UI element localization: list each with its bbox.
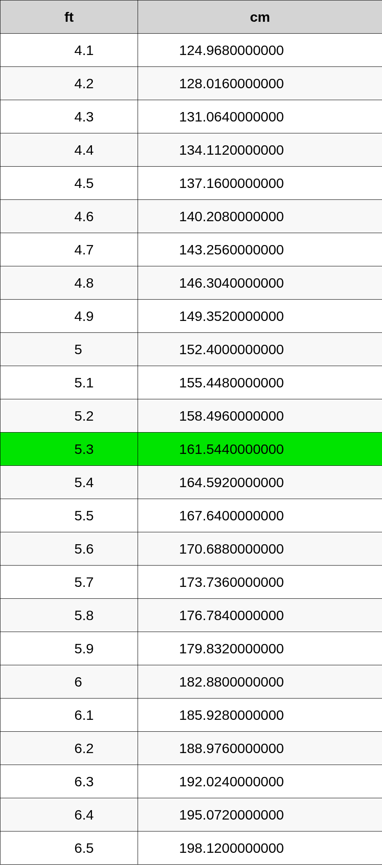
cm-value: 173.7360000000 [138, 566, 382, 599]
ft-value: 6.2 [0, 732, 138, 765]
ft-value: 4.1 [0, 34, 138, 67]
cm-value: 134.1120000000 [138, 133, 382, 167]
cm-value: 182.8800000000 [138, 665, 382, 699]
table-row: 5.5167.6400000000 [0, 499, 382, 532]
cm-value: 188.9760000000 [138, 732, 382, 765]
header-ft: ft [0, 0, 138, 34]
table-row: 4.9149.3520000000 [0, 300, 382, 333]
ft-value: 5 [0, 333, 138, 366]
cm-value: 143.2560000000 [138, 233, 382, 266]
cm-value: 124.9680000000 [138, 34, 382, 67]
cm-value: 137.1600000000 [138, 167, 382, 200]
table-row: 4.2128.0160000000 [0, 67, 382, 100]
ft-value: 5.8 [0, 599, 138, 632]
ft-value: 4.9 [0, 300, 138, 333]
cm-value: 155.4480000000 [138, 366, 382, 399]
cm-value: 131.0640000000 [138, 100, 382, 133]
ft-value: 4.6 [0, 200, 138, 233]
cm-value: 164.5920000000 [138, 466, 382, 499]
cm-value: 170.6880000000 [138, 532, 382, 566]
ft-value: 6.1 [0, 699, 138, 732]
table-row: 5.6170.6880000000 [0, 532, 382, 566]
ft-value: 4.8 [0, 266, 138, 300]
table-row: 4.8146.3040000000 [0, 266, 382, 300]
table-row: 4.1124.9680000000 [0, 34, 382, 67]
table-row: 4.3131.0640000000 [0, 100, 382, 133]
cm-value: 128.0160000000 [138, 67, 382, 100]
table-row: 5.9179.8320000000 [0, 632, 382, 665]
table-row: 5.1155.4480000000 [0, 366, 382, 399]
ft-value: 4.7 [0, 233, 138, 266]
ft-value: 6.5 [0, 831, 138, 865]
table-row: 4.4134.1120000000 [0, 133, 382, 167]
ft-value: 4.3 [0, 100, 138, 133]
ft-value: 5.9 [0, 632, 138, 665]
cm-value: 198.1200000000 [138, 831, 382, 865]
table-row: 4.7143.2560000000 [0, 233, 382, 266]
cm-value: 152.4000000000 [138, 333, 382, 366]
ft-value: 6 [0, 665, 138, 699]
ft-value: 5.7 [0, 566, 138, 599]
table-row: 5152.4000000000 [0, 333, 382, 366]
cm-value: 185.9280000000 [138, 699, 382, 732]
table-row: 5.3161.5440000000 [0, 433, 382, 466]
ft-value: 6.4 [0, 798, 138, 831]
ft-value: 4.4 [0, 133, 138, 167]
table-row: 5.2158.4960000000 [0, 399, 382, 433]
ft-value: 5.2 [0, 399, 138, 433]
cm-value: 192.0240000000 [138, 765, 382, 798]
table-header-row: ft cm [0, 0, 382, 34]
cm-value: 167.6400000000 [138, 499, 382, 532]
ft-value: 5.4 [0, 466, 138, 499]
table-row: 6.4195.0720000000 [0, 798, 382, 831]
cm-value: 161.5440000000 [138, 433, 382, 466]
ft-value: 5.3 [0, 433, 138, 466]
cm-value: 176.7840000000 [138, 599, 382, 632]
table-row: 6182.8800000000 [0, 665, 382, 699]
ft-value: 4.5 [0, 167, 138, 200]
cm-value: 149.3520000000 [138, 300, 382, 333]
table-row: 6.2188.9760000000 [0, 732, 382, 765]
cm-value: 195.0720000000 [138, 798, 382, 831]
ft-value: 5.6 [0, 532, 138, 566]
table-row: 6.3192.0240000000 [0, 765, 382, 798]
ft-value: 6.3 [0, 765, 138, 798]
table-row: 5.8176.7840000000 [0, 599, 382, 632]
table-row: 4.6140.2080000000 [0, 200, 382, 233]
cm-value: 158.4960000000 [138, 399, 382, 433]
table-row: 5.4164.5920000000 [0, 466, 382, 499]
ft-value: 5.1 [0, 366, 138, 399]
table-row: 5.7173.7360000000 [0, 566, 382, 599]
ft-value: 5.5 [0, 499, 138, 532]
cm-value: 146.3040000000 [138, 266, 382, 300]
table-row: 6.5198.1200000000 [0, 831, 382, 865]
ft-value: 4.2 [0, 67, 138, 100]
table-row: 4.5137.1600000000 [0, 167, 382, 200]
header-cm: cm [138, 0, 382, 34]
cm-value: 179.8320000000 [138, 632, 382, 665]
conversion-table: ft cm 4.1124.96800000004.2128.0160000000… [0, 0, 382, 865]
table-row: 6.1185.9280000000 [0, 699, 382, 732]
cm-value: 140.2080000000 [138, 200, 382, 233]
